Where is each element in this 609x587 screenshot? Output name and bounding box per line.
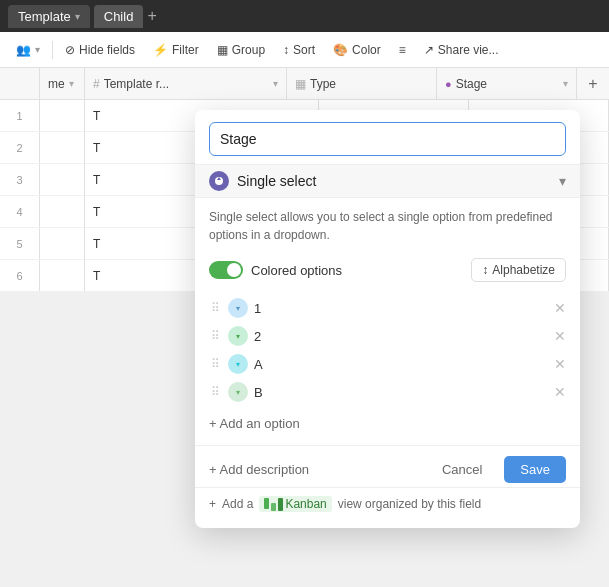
drag-handle-2[interactable]: ⠿: [209, 329, 222, 343]
option-delete-b[interactable]: ✕: [554, 385, 566, 399]
chevron-down-icon-b: ▾: [236, 388, 240, 397]
option-row-2: ⠿ ▾ 2 ✕: [195, 322, 580, 350]
td-name-4[interactable]: [40, 196, 85, 227]
td-name-6[interactable]: [40, 260, 85, 291]
sort-label: Sort: [293, 43, 315, 57]
list-icon: ≡: [399, 43, 406, 57]
colored-options-label: Colored options: [251, 263, 463, 278]
th-stage-label: Stage: [456, 77, 487, 91]
row-num-4: 4: [0, 196, 40, 227]
add-column-button[interactable]: +: [577, 68, 609, 99]
toolbar: 👥 ▾ ⊘ Hide fields ⚡ Filter ▦ Group ↕ Sor…: [0, 32, 609, 68]
type-selector-row[interactable]: Single select ▾: [195, 164, 580, 198]
option-text-1[interactable]: 1: [254, 301, 548, 316]
share-view-label: Share vie...: [438, 43, 499, 57]
colored-options-toggle[interactable]: [209, 261, 243, 279]
tab-template[interactable]: Template ▾: [8, 5, 90, 28]
kanban-badge: Kanban: [259, 496, 331, 512]
option-delete-a[interactable]: ✕: [554, 357, 566, 371]
share-view-button[interactable]: ↗ Share vie...: [416, 39, 507, 61]
sort-icon: ↕: [283, 43, 289, 57]
alphabetize-label: Alphabetize: [492, 263, 555, 277]
alphabetize-icon: ↕: [482, 263, 488, 277]
list-view-button[interactable]: ≡: [391, 39, 414, 61]
chevron-down-icon-a: ▾: [236, 360, 240, 369]
share-icon: ↗: [424, 43, 434, 57]
colored-options-row: Colored options ↕ Alphabetize: [195, 252, 580, 290]
th-name[interactable]: me ▾: [40, 68, 85, 99]
option-delete-2[interactable]: ✕: [554, 329, 566, 343]
row-num-1: 1: [0, 100, 40, 131]
alphabetize-button[interactable]: ↕ Alphabetize: [471, 258, 566, 282]
option-text-a[interactable]: A: [254, 357, 548, 372]
option-color-2[interactable]: ▾: [228, 326, 248, 346]
th-name-label: me: [48, 77, 65, 91]
view-selector-chevron: ▾: [35, 44, 40, 55]
plus-icon: +: [209, 497, 216, 511]
row-num-3: 3: [0, 164, 40, 195]
drag-handle-1[interactable]: ⠿: [209, 301, 222, 315]
row-num-2: 2: [0, 132, 40, 163]
type-chevron-icon: ▾: [559, 173, 566, 189]
toggle-knob: [227, 263, 241, 277]
option-color-1[interactable]: ▾: [228, 298, 248, 318]
tab-child-label: Child: [104, 9, 134, 24]
filter-button[interactable]: ⚡ Filter: [145, 39, 207, 61]
add-option-row[interactable]: + Add an option: [195, 410, 580, 437]
field-name-row: [195, 110, 580, 164]
option-text-2[interactable]: 2: [254, 329, 548, 344]
kanban-suffix: view organized by this field: [338, 497, 481, 511]
option-row-b: ⠿ ▾ B ✕: [195, 378, 580, 406]
row-num-5: 5: [0, 228, 40, 259]
single-select-icon: [209, 171, 229, 191]
type-description: Single select allows you to select a sin…: [195, 198, 580, 252]
td-name-2[interactable]: [40, 132, 85, 163]
th-type[interactable]: ▦ Type: [287, 68, 437, 99]
users-icon: 👥: [16, 43, 31, 57]
save-button[interactable]: Save: [504, 456, 566, 483]
stage-col-icon: ●: [445, 78, 452, 90]
sort-icon-stage: ▾: [563, 78, 568, 89]
cancel-button[interactable]: Cancel: [428, 456, 496, 483]
th-template-label: Template r...: [104, 77, 169, 91]
th-template[interactable]: # Template r... ▾: [85, 68, 287, 99]
tab-child[interactable]: Child: [94, 5, 144, 28]
field-name-input[interactable]: [209, 122, 566, 156]
td-name-5[interactable]: [40, 228, 85, 259]
color-icon: 🎨: [333, 43, 348, 57]
add-description-button[interactable]: + Add description: [209, 462, 420, 477]
sort-icon-name: ▾: [69, 78, 74, 89]
color-button[interactable]: 🎨 Color: [325, 39, 389, 61]
hide-fields-button[interactable]: ⊘ Hide fields: [57, 39, 143, 61]
add-tab-button[interactable]: +: [147, 8, 156, 24]
chevron-down-icon-2: ▾: [236, 332, 240, 341]
option-color-b[interactable]: ▾: [228, 382, 248, 402]
toolbar-divider-1: [52, 41, 53, 59]
options-list: ⠿ ▾ 1 ✕ ⠿ ▾ 2 ✕ ⠿ ▾ A ✕ ⠿: [195, 290, 580, 410]
sort-button[interactable]: ↕ Sort: [275, 39, 323, 61]
option-delete-1[interactable]: ✕: [554, 301, 566, 315]
type-label: Single select: [237, 173, 559, 189]
td-name-1[interactable]: [40, 100, 85, 131]
modal-divider: [195, 445, 580, 446]
kanban-icon: [264, 498, 283, 511]
th-stage[interactable]: ● Stage ▾: [437, 68, 577, 99]
tab-template-chevron: ▾: [75, 11, 80, 22]
add-kanban-text: Add a: [222, 497, 253, 511]
option-color-a[interactable]: ▾: [228, 354, 248, 374]
td-name-3[interactable]: [40, 164, 85, 195]
option-text-b[interactable]: B: [254, 385, 548, 400]
filter-icon: ⚡: [153, 43, 168, 57]
field-editor-modal: Single select ▾ Single select allows you…: [195, 110, 580, 528]
kanban-suggestion-row[interactable]: + Add a Kanban view organized by this fi…: [195, 487, 580, 516]
hide-fields-label: Hide fields: [79, 43, 135, 57]
drag-handle-b[interactable]: ⠿: [209, 385, 222, 399]
chevron-down-icon: ▾: [236, 304, 240, 313]
drag-handle-a[interactable]: ⠿: [209, 357, 222, 371]
hash-icon: #: [93, 77, 100, 91]
group-button[interactable]: ▦ Group: [209, 39, 273, 61]
view-selector-button[interactable]: 👥 ▾: [8, 39, 48, 61]
option-row-a: ⠿ ▾ A ✕: [195, 350, 580, 378]
th-row-num: [0, 68, 40, 99]
hide-fields-icon: ⊘: [65, 43, 75, 57]
